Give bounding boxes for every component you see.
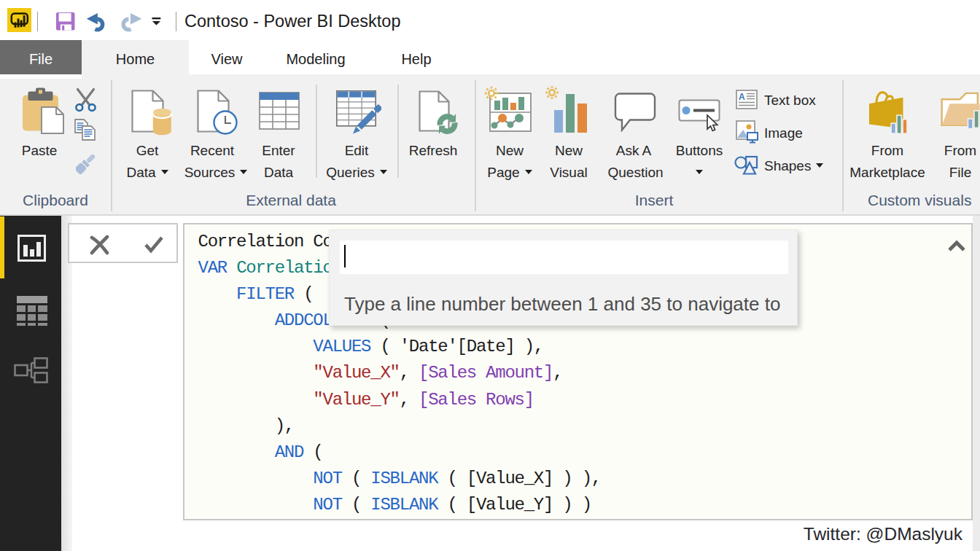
svg-text:A: A [739, 92, 745, 102]
